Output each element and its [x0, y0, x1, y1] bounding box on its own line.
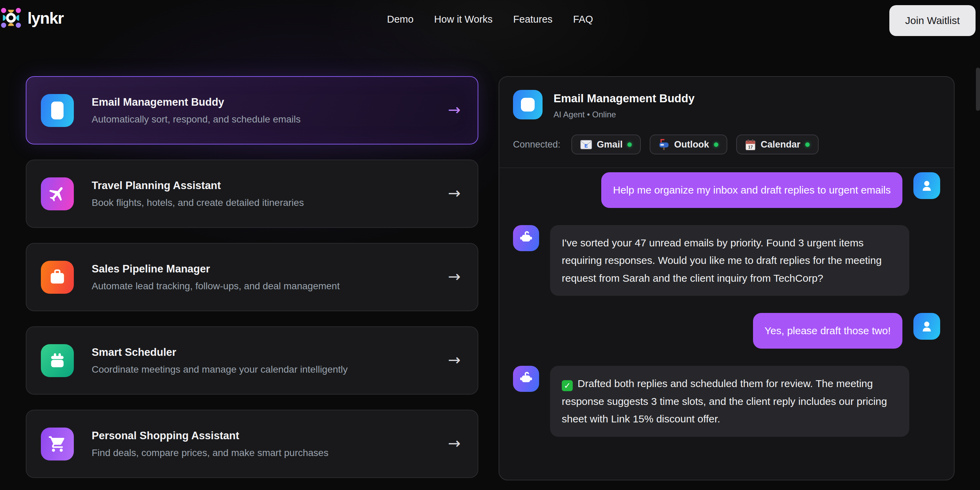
- svg-text:17: 17: [748, 144, 753, 149]
- status-dot: [627, 143, 632, 147]
- nav-link-faq[interactable]: FAQ: [573, 14, 593, 25]
- lynkr-logo-icon: [1, 8, 21, 28]
- chat-message-list: Help me organize my inbox and draft repl…: [499, 168, 954, 480]
- agent-card-email[interactable]: Email Management Buddy Automatically sor…: [26, 76, 478, 144]
- agent-card-sales[interactable]: Sales Pipeline Manager Automate lead tra…: [26, 243, 478, 311]
- assistant-message-bubble: I've sorted your 47 unread emails by pri…: [550, 225, 909, 296]
- mailbox-icon: [659, 139, 669, 150]
- chat-demo-panel: Email Management Buddy AI Agent • Online…: [499, 76, 955, 480]
- briefcase-icon: [41, 261, 74, 294]
- connection-badge-calendar: 17 Calendar: [736, 135, 819, 154]
- arrow-right-icon: →: [448, 101, 460, 118]
- card-title: Personal Shopping Assistant: [92, 430, 328, 442]
- assistant-message-text: Drafted both replies and scheduled them …: [562, 378, 887, 425]
- card-description: Find deals, compare prices, and make sma…: [92, 447, 328, 458]
- user-avatar: [913, 172, 940, 199]
- user-message-bubble: Yes, please draft those two!: [753, 313, 902, 349]
- agent-avatar: [513, 90, 542, 119]
- agent-card-scheduler[interactable]: Smart Scheduler Coordinate meetings and …: [26, 326, 478, 395]
- card-description: Automatically sort, respond, and schedul…: [92, 114, 301, 125]
- connected-label: Connected:: [513, 139, 560, 150]
- status-dot: [805, 143, 810, 147]
- robot-icon: [518, 371, 534, 387]
- svg-text:E: E: [584, 143, 588, 149]
- card-title: Smart Scheduler: [92, 346, 348, 358]
- connected-services-row: Connected: E Gmail Outlook: [513, 135, 819, 154]
- person-icon: [919, 178, 934, 193]
- user-message-row: Help me organize my inbox and draft repl…: [513, 172, 940, 208]
- card-text: Sales Pipeline Manager Automate lead tra…: [92, 263, 340, 292]
- arrow-right-icon: →: [448, 351, 460, 368]
- brand-name: lynkr: [27, 9, 64, 27]
- assistant-message-row: ✓Drafted both replies and scheduled them…: [513, 366, 940, 437]
- card-description: Automate lead tracking, follow-ups, and …: [92, 281, 340, 292]
- arrow-right-icon: →: [448, 434, 460, 452]
- top-navigation-bar: lynkr Demo How it Works Features FAQ Joi…: [0, 0, 980, 38]
- robot-icon: [518, 230, 534, 246]
- email-icon: [41, 94, 74, 127]
- card-description: Book flights, hotels, and create detaile…: [92, 197, 304, 208]
- card-text: Email Management Buddy Automatically sor…: [92, 96, 301, 125]
- card-description: Coordinate meetings and manage your cale…: [92, 364, 348, 375]
- badge-label: Outlook: [674, 139, 709, 150]
- brand-logo[interactable]: lynkr: [1, 8, 64, 28]
- status-dot: [714, 143, 718, 147]
- card-title: Email Management Buddy: [92, 96, 301, 108]
- card-title: Sales Pipeline Manager: [92, 263, 340, 275]
- agent-card-travel[interactable]: Travel Planning Assistant Book flights, …: [26, 160, 478, 228]
- arrow-right-icon: →: [448, 268, 460, 285]
- page-scrollbar-thumb[interactable]: [976, 68, 980, 111]
- calendar-page-icon: 17: [745, 139, 756, 150]
- agent-card-list: Email Management Buddy Automatically sor…: [26, 76, 478, 478]
- user-message-row: Yes, please draft those two!: [513, 313, 940, 349]
- assistant-avatar: [513, 225, 539, 251]
- badge-label: Calendar: [760, 139, 800, 150]
- main-nav: Demo How it Works Features FAQ: [387, 0, 593, 38]
- agent-status: AI Agent • Online: [554, 110, 616, 119]
- plane-icon: [41, 178, 74, 210]
- envelope-icon: E: [580, 140, 592, 149]
- assistant-message-bubble: ✓Drafted both replies and scheduled them…: [550, 366, 909, 437]
- connection-badge-gmail: E Gmail: [571, 135, 641, 154]
- connection-badge-outlook: Outlook: [650, 135, 727, 154]
- card-text: Personal Shopping Assistant Find deals, …: [92, 430, 328, 458]
- card-text: Travel Planning Assistant Book flights, …: [92, 179, 304, 208]
- arrow-right-icon: →: [448, 184, 460, 202]
- assistant-message-row: I've sorted your 47 unread emails by pri…: [513, 225, 940, 296]
- join-waitlist-button[interactable]: Join Waitlist: [889, 5, 975, 36]
- check-icon: ✓: [562, 380, 573, 391]
- nav-link-features[interactable]: Features: [513, 14, 552, 25]
- card-text: Smart Scheduler Coordinate meetings and …: [92, 346, 348, 375]
- assistant-avatar: [513, 366, 539, 392]
- card-title: Travel Planning Assistant: [92, 179, 304, 192]
- badge-label: Gmail: [597, 139, 622, 150]
- cart-icon: [41, 428, 74, 460]
- calendar-icon: [41, 344, 74, 377]
- user-avatar: [913, 313, 940, 340]
- agent-name: Email Management Buddy: [554, 92, 695, 105]
- landing-page: lynkr Demo How it Works Features FAQ Joi…: [0, 0, 980, 490]
- user-message-bubble: Help me organize my inbox and draft repl…: [601, 172, 902, 208]
- nav-link-how-it-works[interactable]: How it Works: [434, 14, 492, 25]
- nav-link-demo[interactable]: Demo: [387, 14, 414, 25]
- agent-card-shopping[interactable]: Personal Shopping Assistant Find deals, …: [26, 410, 478, 478]
- person-icon: [919, 319, 934, 334]
